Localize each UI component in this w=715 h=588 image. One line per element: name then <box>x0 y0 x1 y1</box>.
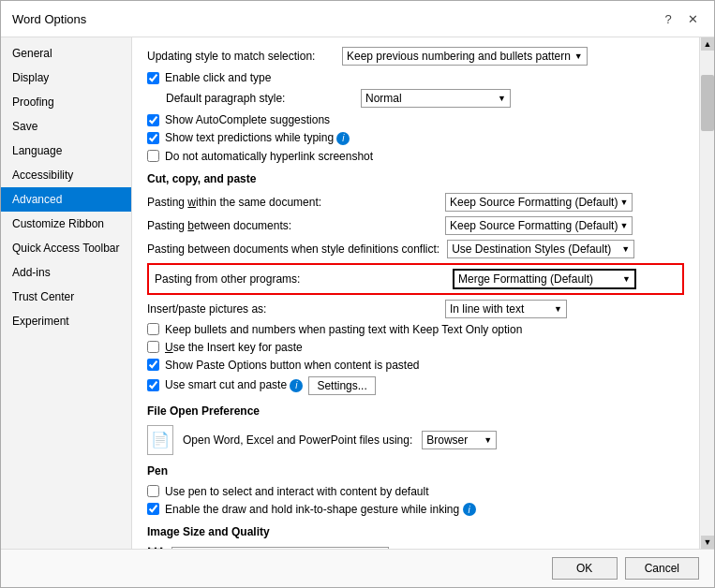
file-open-heading: File Open Preference <box>147 404 684 418</box>
content-area: Updating style to match selection: Keep … <box>132 37 699 549</box>
insert-paste-value: In line with text <box>450 302 524 316</box>
sidebar-item-add-ins[interactable]: Add-ins <box>1 260 131 285</box>
show-paste-options-checkbox[interactable] <box>147 359 159 371</box>
sidebar-item-customize-ribbon[interactable]: Customize Ribbon <box>1 212 131 236</box>
paste-between-dropdown[interactable]: Keep Source Formatting (Default) ▼ <box>445 216 633 235</box>
use-smart-cut-label: Use smart cut and paste i <box>165 378 303 392</box>
paste-between-value: Keep Source Formatting (Default) <box>450 219 618 232</box>
paste-within-label: Pasting within the same document: <box>147 196 438 209</box>
default-para-row: Default paragraph style: Normal ▼ <box>166 89 684 108</box>
keep-bullets-row: Keep bullets and numbers when pasting te… <box>147 323 684 336</box>
sidebar-item-language[interactable]: Language <box>1 139 131 163</box>
paste-other-programs-value: Merge Formatting (Default) <box>458 272 593 286</box>
use-insert-key-checkbox[interactable] <box>147 341 159 353</box>
show-autocomplete-row: Show AutoComplete suggestions <box>147 113 684 126</box>
do-not-hyperlink-checkbox[interactable] <box>147 150 159 162</box>
paste-between-row: Pasting between documents: Keep Source F… <box>147 216 684 235</box>
show-text-predictions-label: Show text predictions while typing i <box>165 131 350 145</box>
cut-copy-paste-heading: Cut, copy, and paste <box>147 172 684 185</box>
file-open-arrow-icon: ▼ <box>484 435 492 445</box>
do-not-hyperlink-label: Do not automatically hyperlink screensho… <box>165 150 373 163</box>
ok-button[interactable]: OK <box>552 557 618 580</box>
paste-other-programs-dropdown[interactable]: Merge Formatting (Default) ▼ <box>453 269 636 289</box>
use-smart-cut-checkbox[interactable] <box>147 379 159 391</box>
sidebar-item-quick-access-toolbar[interactable]: Quick Access Toolbar <box>1 236 131 260</box>
paste-conflict-dropdown[interactable]: Use Destination Styles (Default) ▼ <box>447 240 634 258</box>
sidebar-item-display[interactable]: Display <box>1 66 131 90</box>
enable-click-type-label: Enable click and type <box>165 71 271 84</box>
enable-click-type-row: Enable click and type <box>147 71 684 84</box>
paste-within-dropdown[interactable]: Keep Source Formatting (Default) ▼ <box>445 193 633 212</box>
sidebar-item-save[interactable]: Save <box>1 114 131 139</box>
default-para-value: Normal <box>365 92 402 105</box>
paste-other-programs-arrow-icon: ▼ <box>622 274 631 284</box>
enable-click-type-checkbox[interactable] <box>147 72 159 84</box>
keep-bullets-label: Keep bullets and numbers when pasting te… <box>165 323 522 336</box>
pen-heading: Pen <box>147 464 684 478</box>
use-pen-row: Use pen to select and interact with cont… <box>147 485 684 498</box>
file-open-value: Browser <box>426 434 468 447</box>
use-pen-checkbox[interactable] <box>147 485 159 497</box>
use-insert-key-label: Use the Insert key for paste <box>165 341 303 354</box>
use-smart-cut-row: Use smart cut and paste i Settings... <box>147 376 684 395</box>
paste-conflict-arrow-icon: ▼ <box>621 244 630 254</box>
updating-style-arrow-icon: ▼ <box>574 51 583 61</box>
updating-style-dropdown[interactable]: Keep previous numbering and bullets patt… <box>342 47 588 66</box>
settings-button[interactable]: Settings... <box>308 376 375 395</box>
show-text-predictions-row: Show text predictions while typing i <box>147 131 684 145</box>
paste-within-arrow-icon: ▼ <box>619 198 628 207</box>
scrollbar-thumb[interactable] <box>701 75 714 131</box>
sidebar-item-accessibility[interactable]: Accessibility <box>1 163 131 187</box>
paste-within-value: Keep Source Formatting (Default) <box>450 196 618 209</box>
insert-paste-arrow-icon: ▼ <box>554 304 562 314</box>
default-para-label: Default paragraph style: <box>166 92 353 105</box>
cancel-button[interactable]: Cancel <box>625 557 699 580</box>
file-open-dropdown[interactable]: Browser ▼ <box>422 431 497 449</box>
enable-draw-checkbox[interactable] <box>147 503 159 515</box>
word-options-dialog: Word Options ? ✕ General Display Proofin… <box>0 0 715 588</box>
dialog-footer: OK Cancel <box>1 549 714 587</box>
sidebar-item-general[interactable]: General <box>1 41 131 66</box>
image-size-heading: Image Size and Quality <box>147 525 684 538</box>
paste-within-row: Pasting within the same document: Keep S… <box>147 193 684 212</box>
title-bar-buttons: ? ✕ <box>658 8 703 29</box>
updating-style-label: Updating style to match selection: <box>147 50 335 63</box>
file-open-label: Open Word, Excel and PowerPoint files us… <box>183 434 412 447</box>
paste-other-programs-row: Pasting from other programs: Merge Forma… <box>147 263 684 295</box>
sidebar-item-advanced[interactable]: Advanced <box>1 187 131 212</box>
show-autocomplete-checkbox[interactable] <box>147 114 159 126</box>
paste-conflict-value: Use Destination Styles (Default) <box>452 243 611 256</box>
insert-paste-label: Insert/paste pictures as: <box>147 302 438 316</box>
scroll-up-button[interactable]: ▲ <box>701 37 714 51</box>
sidebar: General Display Proofing Save Language A… <box>1 37 132 549</box>
updating-style-value: Keep previous numbering and bullets patt… <box>347 50 571 63</box>
dialog-title: Word Options <box>12 12 86 26</box>
paste-conflict-row: Pasting between documents when style def… <box>147 240 684 258</box>
use-insert-key-row: Use the Insert key for paste <box>147 341 684 354</box>
draw-info-icon: i <box>463 503 476 516</box>
updating-style-row: Updating style to match selection: Keep … <box>147 47 684 66</box>
insert-paste-dropdown[interactable]: In line with text ▼ <box>445 300 567 318</box>
insert-paste-row: Insert/paste pictures as: In line with t… <box>147 300 684 318</box>
smart-cut-info-icon: i <box>290 379 303 392</box>
close-button[interactable]: ✕ <box>682 8 703 29</box>
enable-draw-row: Enable the draw and hold ink-to-shape ge… <box>147 503 684 517</box>
scroll-down-button[interactable]: ▼ <box>701 536 714 549</box>
scrollbar[interactable]: ▲ ▼ <box>699 37 714 549</box>
show-paste-options-label: Show Paste Options button when content i… <box>165 359 420 372</box>
sidebar-item-trust-center[interactable]: Trust Center <box>1 285 131 309</box>
paste-conflict-label: Pasting between documents when style def… <box>147 243 439 256</box>
paste-other-programs-label: Pasting from other programs: <box>155 272 445 286</box>
sidebar-item-proofing[interactable]: Proofing <box>1 90 131 114</box>
do-not-hyperlink-row: Do not automatically hyperlink screensho… <box>147 150 684 163</box>
file-icon: 📄 <box>147 425 173 455</box>
enable-draw-label: Enable the draw and hold ink-to-shape ge… <box>165 503 476 517</box>
sidebar-item-experiment[interactable]: Experiment <box>1 309 131 333</box>
use-pen-label: Use pen to select and interact with cont… <box>165 485 429 498</box>
help-button[interactable]: ? <box>658 8 678 29</box>
default-para-dropdown[interactable]: Normal ▼ <box>361 89 511 108</box>
show-text-predictions-checkbox[interactable] <box>147 132 159 144</box>
default-para-arrow-icon: ▼ <box>498 94 506 103</box>
keep-bullets-checkbox[interactable] <box>147 323 159 335</box>
paste-between-arrow-icon: ▼ <box>619 221 628 230</box>
